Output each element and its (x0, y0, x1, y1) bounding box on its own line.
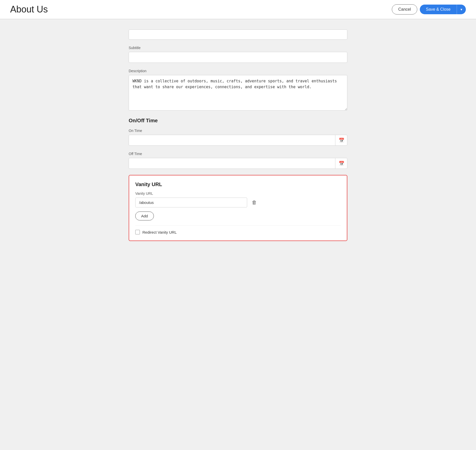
save-dropdown-button[interactable]: ▾ (457, 5, 466, 14)
on-time-input[interactable] (129, 135, 347, 146)
trash-icon: 🗑 (252, 200, 257, 205)
description-section: Description WKND is a collective of outd… (129, 69, 347, 112)
on-time-calendar-button[interactable]: 📅 (335, 135, 347, 146)
calendar-icon-2: 📅 (339, 161, 344, 166)
subtitle-input[interactable] (129, 52, 347, 63)
description-label: Description (129, 69, 347, 73)
redirect-row: Redirect Vanity URL (135, 226, 341, 234)
subtitle-label: Subtitle (129, 46, 347, 50)
off-time-field: Off Time 📅 (129, 152, 347, 169)
vanity-url-row: 🗑 (135, 198, 341, 207)
chevron-down-icon: ▾ (460, 7, 462, 11)
on-off-time-section: On/Off Time On Time 📅 Off Time 📅 (129, 118, 347, 169)
redirect-vanity-url-label[interactable]: Redirect Vanity URL (142, 230, 177, 234)
off-time-input-wrapper: 📅 (129, 158, 347, 169)
on-off-time-heading: On/Off Time (129, 118, 347, 124)
on-time-input-wrapper: 📅 (129, 135, 347, 146)
add-vanity-url-button[interactable]: Add (135, 212, 154, 220)
save-close-group: Save & Close ▾ (420, 5, 466, 14)
vanity-url-label: Vanity URL (135, 191, 341, 196)
subtitle-section: Subtitle (129, 46, 347, 63)
main-content: Subtitle Description WKND is a collectiv… (124, 19, 352, 251)
top-partial-input (129, 29, 347, 40)
on-time-label: On Time (129, 129, 347, 133)
calendar-icon: 📅 (339, 138, 344, 143)
vanity-url-heading: Vanity URL (135, 182, 341, 187)
vanity-url-section: Vanity URL Vanity URL 🗑 Add Redirect Van… (129, 175, 347, 241)
on-time-field: On Time 📅 (129, 129, 347, 146)
page-header: About Us Cancel Save & Close ▾ (0, 0, 476, 19)
delete-vanity-url-button[interactable]: 🗑 (250, 198, 258, 207)
header-actions: Cancel Save & Close ▾ (392, 4, 466, 14)
off-time-input[interactable] (129, 158, 347, 169)
off-time-calendar-button[interactable]: 📅 (335, 158, 347, 169)
cancel-button[interactable]: Cancel (392, 4, 417, 14)
description-textarea[interactable]: WKND is a collective of outdoors, music,… (129, 75, 347, 111)
page-title: About Us (10, 4, 48, 15)
vanity-url-input[interactable] (135, 198, 247, 207)
off-time-label: Off Time (129, 152, 347, 156)
save-close-button[interactable]: Save & Close (420, 5, 457, 14)
redirect-vanity-url-checkbox[interactable] (135, 230, 140, 234)
